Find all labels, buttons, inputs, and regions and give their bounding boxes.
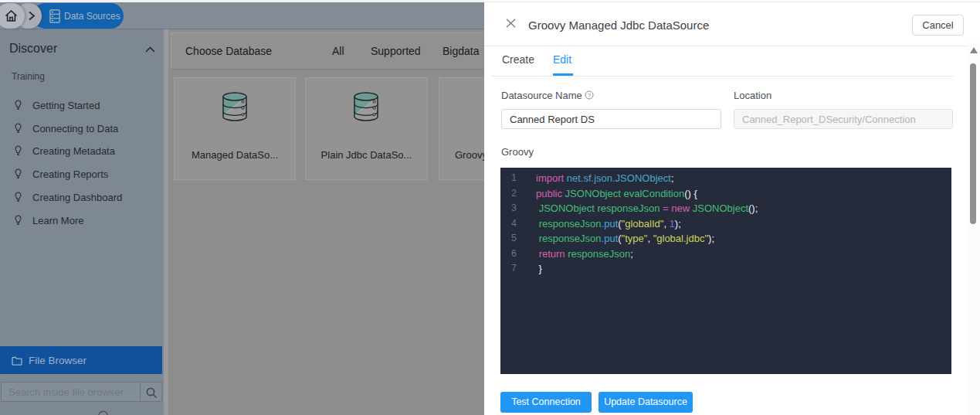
svg-text:?: ? (588, 92, 592, 99)
